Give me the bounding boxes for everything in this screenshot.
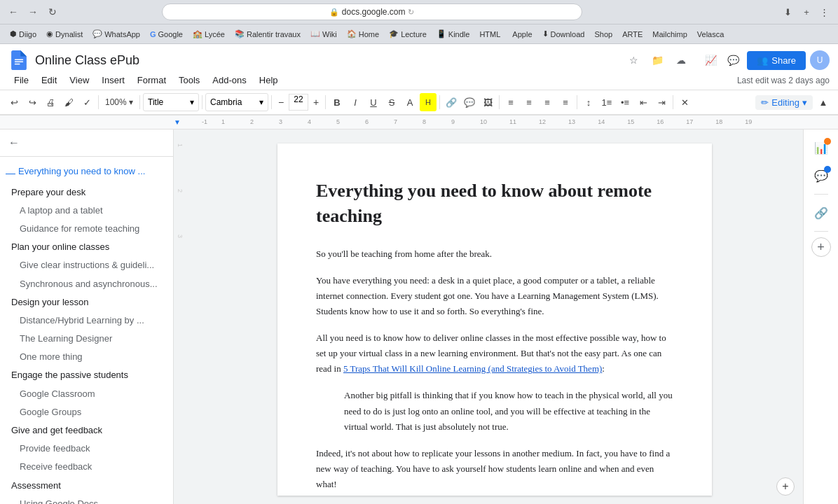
doc-title[interactable]: Online Class ePub (35, 53, 618, 68)
menu-edit[interactable]: Edit (36, 72, 62, 88)
outline-item-8[interactable]: Distance/Hybrid Learning by ... (0, 312, 173, 330)
numbered-list-button[interactable]: 1≡ (598, 93, 615, 111)
user-avatar[interactable]: U (810, 50, 830, 70)
font-selector[interactable]: Cambria ▾ (205, 93, 268, 111)
outline-back-button[interactable]: ← (8, 136, 20, 149)
bookmark-google[interactable]: G Google (146, 29, 187, 40)
print-button[interactable]: 🖨 (42, 93, 59, 111)
menu-format[interactable]: Format (132, 72, 172, 88)
paragraph-5: Indeed, it's not about how to replicate … (316, 446, 673, 492)
editing-badge[interactable]: ✏ Editing ▾ (755, 95, 813, 110)
outline-item-4[interactable]: Plan your online classes (0, 238, 173, 256)
bookmark-arte[interactable]: ARTE (618, 29, 647, 40)
collapse-toolbar-button[interactable]: ▲ (814, 93, 832, 111)
outline-item-13[interactable]: Google Groups (0, 403, 173, 421)
outline-item-15[interactable]: Provide feedback (0, 440, 173, 458)
bookmark-lycee[interactable]: 🏫 Lycée (188, 28, 229, 40)
underline-button[interactable]: U (365, 93, 382, 111)
text-color-button[interactable]: A (401, 93, 418, 111)
menu-addons[interactable]: Add-ons (207, 72, 252, 88)
address-bar[interactable]: 🔒 docs.google.com ↻ (162, 4, 582, 20)
font-increase-button[interactable]: + (310, 93, 322, 111)
highlight-button[interactable]: H (420, 93, 437, 111)
outline-item-0[interactable]: — Everything you need to know ... (0, 162, 173, 183)
font-decrease-button[interactable]: − (275, 93, 287, 111)
zoom-display[interactable]: 100% ▾ (102, 93, 137, 111)
chat-button[interactable]: 💬 (723, 50, 743, 70)
align-justify-button[interactable]: ≡ (557, 93, 574, 111)
external-link[interactable]: 5 Traps That Will Kill Online Learning (… (343, 363, 602, 374)
image-button[interactable]: 🖼 (479, 93, 496, 111)
link-button[interactable]: 🔗 (443, 93, 460, 111)
outline-item-18[interactable]: Using Google Docs (0, 495, 173, 504)
nav-refresh-button[interactable]: ↻ (45, 4, 60, 20)
outline-item-6[interactable]: Synchronous and asynchronous... (0, 275, 173, 293)
menu-help[interactable]: Help (254, 72, 284, 88)
outline-item-12[interactable]: Google Classroom (0, 385, 173, 403)
bookmark-whatsapp[interactable]: 💬 WhatsApp (88, 28, 144, 40)
bulleted-list-button[interactable]: •≡ (617, 93, 633, 111)
bookmark-velasca[interactable]: Velasca (693, 29, 729, 40)
outline-item-1[interactable]: Prepare your desk (0, 183, 173, 202)
outline-item-11[interactable]: Engage the passive students (0, 366, 173, 384)
new-tab-button[interactable]: + (799, 4, 814, 20)
bookmark-shop[interactable]: Shop (590, 29, 617, 40)
lycee-icon: 🏫 (193, 29, 202, 38)
share-button[interactable]: 👥 Share (747, 51, 806, 70)
outline-item-17[interactable]: Assessment (0, 477, 173, 495)
nav-forward-button[interactable]: → (25, 4, 41, 20)
clear-format-button[interactable]: ✕ (676, 93, 693, 111)
outline-item-2[interactable]: A laptop and a tablet (0, 202, 173, 220)
menu-view[interactable]: View (64, 72, 95, 88)
bookmark-wiki[interactable]: 📖 Wiki (306, 28, 341, 40)
font-size-input[interactable]: 22 (289, 94, 308, 111)
bookmark-ralentir[interactable]: 📚 Ralentir travaux (231, 28, 305, 40)
align-center-button[interactable]: ≡ (521, 93, 537, 111)
line-spacing-button[interactable]: ↕ (580, 93, 597, 111)
comment-button[interactable]: 💬 (461, 93, 478, 111)
add-section-button[interactable]: + (811, 237, 831, 257)
strikethrough-button[interactable]: S (383, 93, 400, 111)
undo-button[interactable]: ↩ (6, 93, 22, 111)
align-left-button[interactable]: ≡ (502, 93, 519, 111)
download-button[interactable]: ⬇ (781, 4, 796, 20)
style-selector[interactable]: Title ▾ (143, 93, 199, 111)
bookmark-home[interactable]: 🏠 Home (343, 28, 383, 40)
bookmark-download[interactable]: ⬇ Download (538, 28, 589, 40)
document-area[interactable]: Everything you need to know about remote… (186, 130, 803, 504)
increase-indent-button[interactable]: ⇥ (653, 93, 670, 111)
menu-tools[interactable]: Tools (173, 72, 205, 88)
move-button[interactable]: 📁 (647, 50, 667, 70)
more-button[interactable]: ⋮ (817, 4, 832, 20)
links-button[interactable]: 🔗 (809, 200, 834, 225)
outline-item-3[interactable]: Guidance for remote teaching (0, 220, 173, 238)
svg-rect-0 (15, 59, 23, 60)
nav-back-button[interactable]: ← (6, 4, 21, 20)
paint-format-button[interactable]: 🖌 (60, 93, 77, 111)
bookmark-kindle[interactable]: 📱 Kindle (432, 28, 474, 40)
redo-button[interactable]: ↪ (24, 93, 41, 111)
gdrive-button[interactable]: ☁ (671, 50, 691, 70)
bookmark-lecture[interactable]: 🎓 Lecture (385, 28, 431, 40)
add-page-button[interactable]: + (776, 477, 795, 496)
bookmark-apple[interactable]: Apple (506, 29, 536, 40)
outline-item-10[interactable]: One more thing (0, 348, 173, 366)
align-right-button[interactable]: ≡ (539, 93, 556, 111)
decrease-indent-button[interactable]: ⇤ (635, 93, 652, 111)
bookmark-diigo[interactable]: ⬢ Diigo (6, 28, 41, 40)
menu-insert[interactable]: Insert (96, 72, 130, 88)
outline-item-16[interactable]: Receive feedback (0, 458, 173, 476)
bookmark-html[interactable]: HTML (475, 29, 504, 40)
trending-button[interactable]: 📈 (701, 50, 720, 70)
outline-item-5[interactable]: Give clear instructions & guideli... (0, 256, 173, 274)
spell-check-button[interactable]: ✓ (78, 93, 95, 111)
star-button[interactable]: ☆ (624, 50, 643, 70)
bold-button[interactable]: B (329, 93, 345, 111)
outline-item-9[interactable]: The Learning Designer (0, 330, 173, 348)
menu-file[interactable]: File (8, 72, 34, 88)
outline-item-7[interactable]: Design your lesson (0, 293, 173, 312)
bookmark-dynalist[interactable]: ◉ Dynalist (42, 28, 87, 40)
italic-button[interactable]: I (347, 93, 364, 111)
outline-item-14[interactable]: Give and get feedback (0, 421, 173, 440)
bookmark-mailchimp[interactable]: Mailchimp (648, 29, 692, 40)
